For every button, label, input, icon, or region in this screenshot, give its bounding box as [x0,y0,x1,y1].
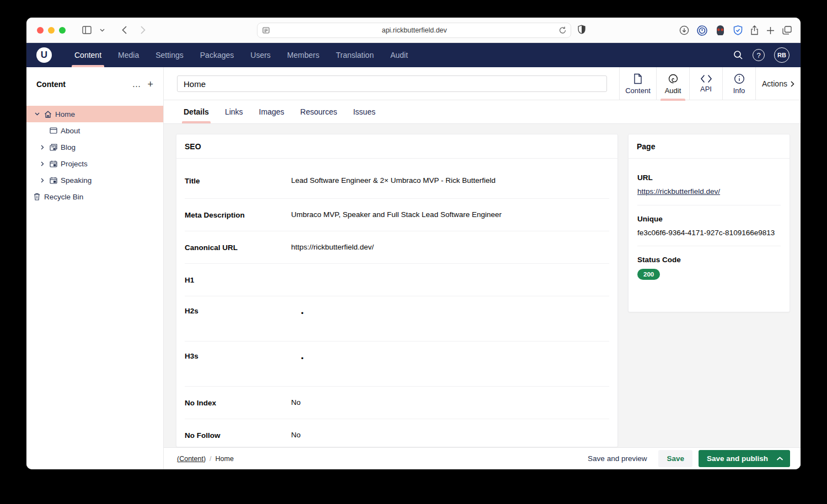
page-card: Page URL https://rickbutterfield.dev/ Un… [628,134,790,312]
new-tab-icon[interactable] [766,26,775,35]
tree-item-blog[interactable]: Blog [26,139,163,155]
audit-spiral-icon [668,73,679,84]
unique-value: fe3c06f6-9364-4171-927c-8109166e9813 [637,229,781,237]
nav-item-media[interactable]: Media [110,43,147,67]
actions-button[interactable]: Actions [755,67,801,100]
address-bar[interactable]: api.rickbutterfield.dev [257,23,571,38]
calendar-grid-icon [50,176,57,184]
tree-item-recycle-bin[interactable]: Recycle Bin [26,188,163,205]
document-name-input[interactable] [177,75,607,92]
document-icon [633,73,643,84]
tree-item-speaking[interactable]: Speaking [26,172,163,188]
field-value: Umbraco MVP, Speaker and Full Stack Lead… [291,210,609,220]
browser-extension-icon[interactable] [715,25,726,35]
field-value: No [291,398,609,408]
browser-toolbar: api.rickbutterfield.dev [26,18,801,43]
page-window-icon [50,127,57,134]
chevron-right-icon[interactable] [39,143,46,151]
onepassword-extension-icon[interactable] [697,25,707,36]
help-icon[interactable]: ? [753,49,765,61]
tree-item-about[interactable]: About [26,122,163,139]
app-tab-label: Info [733,86,745,95]
app-tab-info[interactable]: Info [722,67,755,100]
page-url-section: URL https://rickbutterfield.dev/ [637,159,781,205]
save-and-preview-button[interactable]: Save and preview [582,451,652,466]
zoom-window-button[interactable] [59,27,66,34]
nav-item-users[interactable]: Users [242,43,279,67]
nav-item-content[interactable]: Content [66,43,110,67]
help-glyph: ? [756,51,760,59]
umbraco-top-nav: U Content Media Settings Packages Users … [26,43,801,67]
close-window-button[interactable] [37,27,44,34]
back-icon[interactable] [116,23,132,38]
downloads-icon[interactable] [679,25,689,35]
reload-icon[interactable] [559,26,566,34]
avatar-initials: RB [777,52,786,58]
nav-item-translation[interactable]: Translation [327,43,382,67]
tree-item-label: Projects [61,160,88,168]
tab-details[interactable]: Details [184,100,209,123]
seo-card-heading: SEO [176,134,617,159]
save-and-publish-button[interactable]: Save and publish [699,450,790,467]
minimize-window-button[interactable] [48,27,55,34]
sidebar-toggle-icon[interactable] [79,23,94,38]
privacy-shield-icon[interactable] [578,25,586,34]
search-icon[interactable] [733,50,743,60]
unique-label: Unique [637,215,781,223]
tree-add-icon[interactable]: + [147,79,153,89]
field-value: No [291,430,609,440]
shield-check-extension-icon[interactable] [733,25,743,35]
status-code-label: Status Code [637,256,781,264]
app-tab-label: API [700,85,712,93]
editor-app-tabs: Content Audit API [619,67,801,100]
share-icon[interactable] [750,25,759,35]
chevron-down-icon[interactable] [33,110,41,118]
nav-item-settings[interactable]: Settings [147,43,192,67]
save-button[interactable]: Save [658,450,692,467]
tab-overview-icon[interactable] [782,26,792,35]
field-label: Meta Description [185,211,291,219]
tree-item-label: Home [55,110,75,118]
chevron-right-icon[interactable] [39,160,46,167]
app-tab-audit[interactable]: Audit [656,67,689,100]
list-item [291,354,609,366]
nav-item-members[interactable]: Members [279,43,327,67]
tree-item-projects[interactable]: Projects [26,155,163,172]
save-and-publish-label: Save and publish [707,454,768,463]
content-tree: Home About Blog [26,106,163,205]
section-nav: Content Media Settings Packages Users Me… [66,43,416,67]
content-tree-sidebar: Content … + Home [26,67,164,469]
tab-resources[interactable]: Resources [300,100,337,123]
page-url-link[interactable]: https://rickbutterfield.dev/ [637,187,720,196]
seo-row-title: Title Lead Software Engineer & 2× Umbrac… [185,163,609,198]
editor-scroll-area: SEO Title Lead Software Engineer & 2× Um… [164,124,801,447]
user-avatar[interactable]: RB [774,47,790,63]
tab-images[interactable]: Images [259,100,284,123]
chevron-right-icon[interactable] [39,176,46,184]
breadcrumb-current: Home [216,455,234,463]
nav-item-audit[interactable]: Audit [382,43,416,67]
article-list-icon [50,143,57,151]
app-tab-label: Audit [665,86,681,95]
reader-view-icon[interactable] [262,27,270,34]
page-unique-section: Unique fe3c06f6-9364-4171-927c-8109166e9… [637,205,781,246]
field-label: H2s [185,307,291,315]
list-item [291,308,609,321]
breadcrumb-root-link[interactable]: (Content) [177,455,206,463]
code-brackets-icon [700,75,712,83]
tab-issues[interactable]: Issues [353,100,375,123]
forward-icon[interactable] [135,23,151,38]
chevron-up-icon[interactable] [777,457,783,460]
umbraco-logo[interactable]: U [36,47,52,63]
url-text: api.rickbutterfield.dev [270,26,559,34]
field-label: H3s [185,352,291,360]
nav-item-packages[interactable]: Packages [192,43,242,67]
url-label: URL [637,174,781,182]
tab-links[interactable]: Links [225,100,243,123]
tree-options-icon[interactable]: … [132,80,141,89]
app-tab-content[interactable]: Content [619,67,656,100]
app-tab-api[interactable]: API [689,67,722,100]
tree-item-label: Blog [61,143,76,151]
chevron-down-icon[interactable] [94,23,110,38]
tree-item-home[interactable]: Home [26,106,163,122]
